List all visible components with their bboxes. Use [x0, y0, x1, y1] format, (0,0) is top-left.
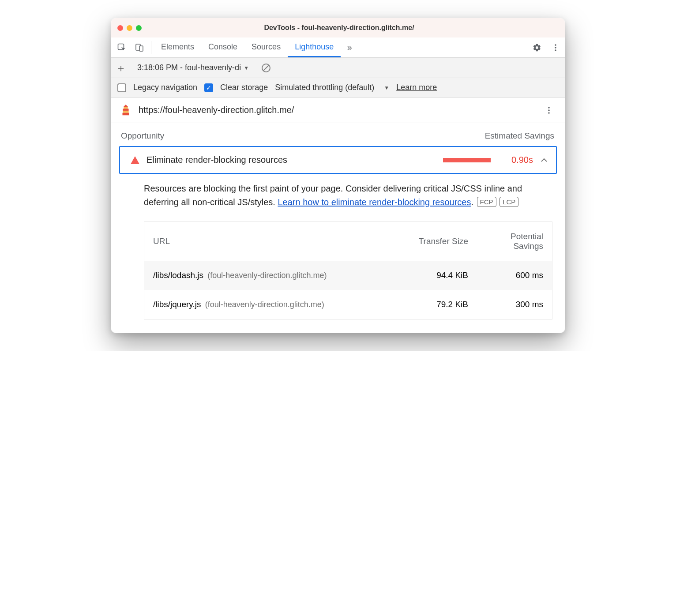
throttling-dropdown-icon[interactable]: ▼ [384, 85, 389, 91]
audit-title: Eliminate render-blocking resources [146, 155, 436, 165]
tab-console[interactable]: Console [201, 38, 244, 57]
svg-point-13 [548, 107, 550, 109]
svg-point-3 [555, 44, 556, 46]
legacy-navigation-label: Legacy navigation [133, 83, 197, 92]
table-row: /libs/lodash.js (foul-heavenly-direction… [144, 261, 552, 290]
audit-section-header: Opportunity Estimated Savings [119, 129, 557, 146]
report-selector[interactable]: 3:18:06 PM - foul-heavenly-di ▼ [137, 63, 249, 72]
titlebar: DevTools - foul-heavenly-direction.glitc… [111, 18, 565, 38]
zoom-window-button[interactable] [136, 25, 142, 31]
audit-fail-icon [131, 156, 139, 164]
new-report-button[interactable]: ＋ [116, 61, 126, 75]
resource-savings: 600 ms [477, 261, 552, 290]
device-toolbar-icon[interactable] [131, 38, 148, 57]
svg-marker-8 [123, 104, 128, 107]
audit-period: . [471, 197, 473, 207]
audit-learn-link[interactable]: Learn how to eliminate render-blocking r… [278, 197, 471, 207]
svg-rect-11 [123, 110, 128, 113]
tab-sources[interactable]: Sources [244, 38, 288, 57]
section-left-label: Opportunity [121, 131, 164, 141]
col-size: Transfer Size [406, 222, 477, 261]
close-window-button[interactable] [117, 25, 123, 31]
svg-point-15 [548, 112, 550, 114]
settings-gear-icon[interactable] [528, 43, 546, 52]
col-savings: Potential Savings [477, 222, 552, 261]
report-body: Opportunity Estimated Savings Eliminate … [111, 123, 565, 333]
learn-more-link[interactable]: Learn more [396, 83, 437, 92]
tab-elements[interactable]: Elements [154, 38, 201, 57]
throttling-label: Simulated throttling (default) [275, 83, 374, 92]
svg-rect-9 [124, 107, 128, 109]
metric-pill-fcp: FCP [477, 197, 496, 207]
lighthouse-options: Legacy navigation ✓ Clear storage Simula… [111, 78, 565, 98]
resource-path[interactable]: /libs/jquery.js [153, 300, 201, 309]
savings-bar [443, 158, 491, 162]
more-tabs-icon[interactable]: » [341, 38, 358, 57]
clear-storage-checkbox[interactable]: ✓ [204, 83, 213, 92]
svg-rect-12 [123, 113, 129, 115]
resource-host: (foul-heavenly-direction.glitch.me) [205, 300, 324, 309]
main-tabs-bar: Elements Console Sources Lighthouse » [111, 38, 565, 58]
window-controls [117, 25, 142, 31]
audit-description: Resources are blocking the first paint o… [144, 182, 552, 209]
savings-value: 0.90s [498, 155, 533, 165]
legacy-navigation-checkbox[interactable] [117, 83, 126, 92]
col-url: URL [144, 222, 406, 261]
svg-point-5 [555, 49, 556, 51]
minimize-window-button[interactable] [127, 25, 132, 31]
metric-pill-lcp: LCP [499, 197, 518, 207]
svg-rect-10 [123, 109, 128, 111]
resource-host: (foul-heavenly-direction.glitch.me) [207, 271, 327, 280]
tab-lighthouse[interactable]: Lighthouse [288, 38, 341, 57]
svg-point-14 [548, 109, 550, 111]
clear-storage-label: Clear storage [220, 83, 268, 92]
clear-report-icon[interactable] [261, 63, 271, 73]
audit-card[interactable]: Eliminate render-blocking resources 0.90… [119, 146, 557, 174]
window-title: DevTools - foul-heavenly-direction.glitc… [142, 24, 537, 32]
report-menu-icon[interactable] [541, 106, 557, 115]
table-row: /libs/jquery.js (foul-heavenly-direction… [144, 290, 552, 319]
lighthouse-toolbar: ＋ 3:18:06 PM - foul-heavenly-di ▼ [111, 58, 565, 78]
resource-path[interactable]: /libs/lodash.js [153, 270, 203, 280]
svg-line-7 [263, 65, 269, 71]
inspect-element-icon[interactable] [113, 38, 131, 57]
lighthouse-icon [119, 104, 132, 117]
chevron-down-icon: ▼ [244, 65, 249, 71]
report-url: https://foul-heavenly-direction.glitch.m… [139, 105, 535, 115]
resource-size: 79.2 KiB [406, 290, 477, 319]
collapse-chevron-icon[interactable] [540, 156, 548, 164]
resource-size: 94.4 KiB [406, 261, 477, 290]
report-url-row: https://foul-heavenly-direction.glitch.m… [111, 98, 565, 123]
svg-rect-2 [139, 46, 143, 51]
report-selector-label: 3:18:06 PM - foul-heavenly-di [137, 63, 241, 72]
section-right-label: Estimated Savings [485, 131, 554, 141]
devtools-window: DevTools - foul-heavenly-direction.glitc… [111, 18, 565, 333]
kebab-menu-icon[interactable] [546, 43, 565, 52]
svg-point-4 [555, 47, 556, 49]
resource-savings: 300 ms [477, 290, 552, 319]
resources-table: URL Transfer Size Potential Savings /lib… [144, 222, 552, 319]
